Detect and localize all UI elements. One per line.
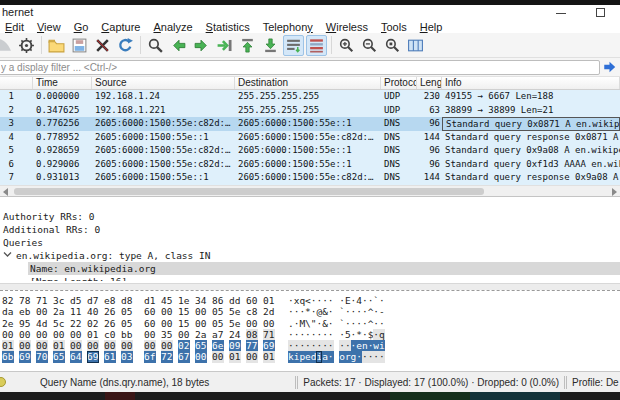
go-to-packet-icon[interactable] — [214, 35, 235, 56]
cell-info[interactable]: Standard query 0x9a08 A en.wikipe — [442, 144, 620, 158]
cell-length[interactable]: 96 — [417, 144, 442, 158]
hex-byte[interactable]: 11 — [70, 306, 82, 317]
auto-scroll-toggle[interactable] — [283, 35, 304, 56]
zoom-out-icon[interactable] — [359, 35, 380, 56]
hex-byte[interactable]: 01 — [263, 351, 275, 362]
col-header-destination[interactable]: Destination — [235, 77, 381, 89]
reload-icon[interactable] — [115, 35, 136, 56]
col-header-protocol[interactable]: Protoco — [381, 77, 417, 89]
col-header-info[interactable]: Info — [442, 77, 620, 89]
hex-byte[interactable]: 72 — [161, 351, 173, 362]
cell-protocol[interactable]: DNS — [381, 158, 417, 172]
cell-protocol[interactable]: DNS — [381, 131, 417, 145]
cell-length[interactable]: 63 — [417, 104, 442, 118]
cell-no[interactable]: 1 — [0, 90, 33, 104]
hex-byte[interactable]: c8 — [246, 306, 258, 317]
cell-no[interactable]: 6 — [0, 158, 33, 172]
cell-protocol[interactable]: UDP — [381, 104, 417, 118]
hex-byte[interactable]: 00 — [2, 329, 14, 340]
packet-row[interactable]: 10.000000192.168.1.24255.255.255.255UDP2… — [0, 90, 620, 104]
hex-byte[interactable]: 00 — [70, 340, 82, 351]
detail-line[interactable]: en.wikipedia.org: type A, class IN — [0, 249, 620, 262]
hex-byte[interactable]: 78 — [19, 295, 31, 306]
display-filter-input[interactable] — [0, 60, 600, 75]
cell-time[interactable]: 0.931013 — [33, 171, 92, 185]
cell-time[interactable]: 0.778952 — [33, 131, 92, 145]
cell-time[interactable]: 0.776256 — [33, 117, 92, 131]
hex-byte[interactable]: 1e — [178, 295, 190, 306]
open-file-icon[interactable] — [46, 35, 67, 56]
col-header-source[interactable]: Source — [92, 77, 235, 89]
hex-byte[interactable]: 64 — [70, 351, 82, 362]
ascii-char[interactable]: · — [328, 306, 334, 317]
ascii-char[interactable]: i — [379, 340, 385, 351]
menu-item-edit[interactable]: Edit — [1, 21, 28, 33]
cell-source[interactable]: 2605:6000:1500:55e:c82d:… — [92, 158, 235, 172]
hex-byte[interactable]: 00 — [36, 329, 48, 340]
hex-byte[interactable]: 2a — [195, 329, 207, 340]
cell-length[interactable]: 96 — [417, 158, 442, 172]
hex-byte[interactable]: 40 — [87, 306, 99, 317]
hex-byte[interactable]: 4d — [36, 318, 48, 329]
cell-length[interactable]: 144 — [417, 131, 442, 145]
hex-byte[interactable]: 86 — [212, 295, 224, 306]
filter-apply-arrow-icon[interactable] — [600, 59, 618, 75]
detail-line[interactable]: Additional RRs: 0 — [0, 223, 620, 236]
col-header-no[interactable] — [0, 77, 33, 89]
hex-byte[interactable]: 3c — [53, 295, 65, 306]
hex-byte[interactable]: 26 — [104, 318, 116, 329]
capture-options-gear-icon[interactable] — [16, 35, 37, 56]
cell-info[interactable]: 38899 → 38899 Len=21 — [442, 104, 620, 118]
hex-byte[interactable]: c0 — [104, 329, 116, 340]
cell-time[interactable]: 0.347625 — [33, 104, 92, 118]
hex-byte[interactable]: 00 — [36, 340, 48, 351]
hex-byte[interactable]: 95 — [19, 318, 31, 329]
hex-byte[interactable]: 01 — [2, 340, 14, 351]
expander-chevron-icon[interactable] — [3, 249, 12, 262]
hex-byte[interactable]: 00 — [178, 329, 190, 340]
scroll-left-arrow-icon[interactable] — [3, 188, 8, 196]
hex-byte[interactable]: 35 — [161, 329, 173, 340]
detail-line[interactable]: Queries — [0, 236, 620, 249]
zoom-in-icon[interactable] — [336, 35, 357, 56]
hex-byte[interactable]: 82 — [2, 295, 14, 306]
cell-no[interactable]: 3 — [0, 117, 33, 131]
hex-byte[interactable]: 26 — [104, 306, 116, 317]
hex-byte[interactable]: a7 — [212, 329, 224, 340]
packet-row[interactable]: 70.9310132605:6000:1500:55e::12605:6000:… — [0, 171, 620, 185]
cell-length[interactable]: 144 — [417, 171, 442, 185]
cell-protocol[interactable]: DNS — [381, 117, 417, 131]
hex-byte[interactable]: 00 — [36, 306, 48, 317]
hex-byte[interactable]: 09 — [229, 340, 241, 351]
start-capture-icon[interactable] — [0, 35, 14, 56]
packet-row[interactable]: 50.9286592605:6000:1500:55e:c82d:…2605:6… — [0, 144, 620, 158]
hex-byte[interactable]: 00 — [195, 306, 207, 317]
cell-no[interactable]: 2 — [0, 104, 33, 118]
cell-destination[interactable]: 2605:6000:1500:55e::1 — [235, 117, 381, 131]
hex-byte[interactable]: 34 — [195, 295, 207, 306]
cell-no[interactable]: 7 — [0, 171, 33, 185]
status-profile[interactable]: Profile: De — [572, 377, 620, 388]
ascii-char[interactable]: q — [379, 329, 385, 340]
hex-byte[interactable]: 00 — [246, 351, 258, 362]
cell-time[interactable]: 0.928659 — [33, 144, 92, 158]
cell-protocol[interactable]: UDP — [381, 90, 417, 104]
go-forward-icon[interactable] — [191, 35, 212, 56]
hex-byte[interactable]: dd — [229, 295, 241, 306]
hex-byte[interactable]: 2d — [263, 306, 275, 317]
cell-info[interactable]: 49155 → 6667 Len=188 — [442, 90, 620, 104]
hex-byte[interactable]: 6b — [2, 351, 14, 362]
hex-byte[interactable]: d5 — [70, 295, 82, 306]
menu-item-telephony[interactable]: Telephony — [259, 21, 317, 33]
menu-item-view[interactable]: View — [33, 21, 65, 33]
hex-byte[interactable]: e8 — [104, 295, 116, 306]
cell-destination[interactable]: 2605:6000:1500:55e::1 — [235, 144, 381, 158]
hex-byte[interactable]: 00 — [263, 318, 275, 329]
cell-destination[interactable]: 255.255.255.255 — [235, 90, 381, 104]
hex-byte[interactable]: 24 — [229, 329, 241, 340]
hex-byte[interactable]: bb — [121, 329, 133, 340]
hex-byte[interactable]: 00 — [195, 351, 207, 362]
hex-byte[interactable]: 08 — [246, 329, 258, 340]
hex-byte[interactable]: 00 — [70, 329, 82, 340]
ascii-char[interactable]: · — [328, 351, 334, 362]
